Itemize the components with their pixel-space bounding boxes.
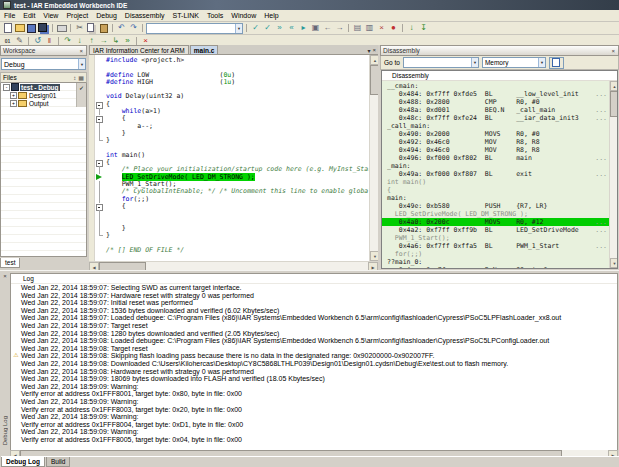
expand-icon[interactable]: + <box>10 92 17 99</box>
save-icon[interactable] <box>26 23 37 33</box>
fold-marker[interactable] <box>95 115 106 122</box>
title-bar[interactable]: test - IAR Embedded Workbench IDE <box>0 0 619 10</box>
disassembly-line: 0x488: 0x2800 CMP R0, #0 <box>382 98 609 106</box>
fold-line <box>95 123 106 130</box>
navigate-forward-icon[interactable]: → <box>334 23 345 33</box>
goto-combobox[interactable]: ▼ <box>403 57 479 68</box>
tree-item-design01[interactable]: +Design01 <box>1 91 86 99</box>
replace-icon[interactable]: ✓ <box>262 23 273 33</box>
fold-line <box>95 210 106 217</box>
collapse-icon[interactable]: - <box>3 84 10 91</box>
editor-vertical-scrollbar[interactable]: ▲ ▼ <box>369 55 378 261</box>
navigate-back-icon[interactable]: ← <box>322 23 333 33</box>
disassembly-line: 0x494: 0x46c0 MOV R8, R8 <box>382 146 609 154</box>
find-prev-icon[interactable]: « <box>286 23 297 33</box>
goto-icon[interactable]: ▸ <box>298 23 309 33</box>
redo-icon[interactable]: ↷ <box>128 23 139 33</box>
log-entry-text: Wed Jan 22, 2014 18:59:07: Initial reset… <box>21 299 193 307</box>
quick-search-combobox[interactable]: ▼ <box>146 23 243 34</box>
close-icon[interactable]: × <box>372 47 376 54</box>
menu-item-help[interactable]: Help <box>260 12 282 19</box>
copy-icon[interactable] <box>86 23 97 33</box>
undo-icon[interactable]: ↶ <box>116 23 127 33</box>
fold-marker[interactable] <box>95 159 106 166</box>
save-all-icon[interactable] <box>38 23 49 33</box>
menu-item-disassembly[interactable]: Disassembly <box>121 12 169 19</box>
chevron-down-icon[interactable]: ▾ <box>367 47 370 54</box>
expand-icon[interactable]: + <box>10 100 17 107</box>
disassembly-close-icon[interactable]: × <box>610 48 616 54</box>
ellipsis: ... <box>595 114 609 122</box>
scroll-thumb[interactable] <box>610 91 617 117</box>
new-file-icon[interactable] <box>2 23 13 33</box>
tree-item-output[interactable]: +Output <box>1 99 86 107</box>
log-side-label: Debug Log <box>2 416 8 445</box>
gutter <box>95 145 106 152</box>
log-entries[interactable]: Wed Jan 22, 2014 18:59:07: Selecting SWD… <box>11 284 617 443</box>
chevron-down-icon[interactable]: ▼ <box>235 24 242 33</box>
chevron-down-icon[interactable]: ▼ <box>538 58 545 67</box>
scroll-down-icon[interactable]: ▼ <box>610 258 617 268</box>
log-icon-slot <box>11 299 21 307</box>
columns-icon[interactable]: ▦ <box>78 74 84 81</box>
tree-item-test-debug[interactable]: -test - Debug✓ <box>1 83 86 91</box>
toggle-bookmark-icon[interactable]: ▣ <box>310 23 321 33</box>
log-icon-slot <box>11 406 21 414</box>
stop-build-icon[interactable]: × <box>376 23 387 33</box>
code-text: int main() <box>106 152 145 159</box>
fold-end <box>95 137 106 144</box>
log-entry: Wed Jan 22, 2014 18:59:08: Target reset <box>11 345 617 353</box>
workspace-config-select[interactable]: Debug ▼ <box>1 58 86 70</box>
log-entry-text: Wed Jan 22, 2014 18:59:09: Warning: <box>21 413 139 421</box>
chevron-down-icon[interactable]: ▼ <box>471 58 478 67</box>
editor-tab-main-c[interactable]: main.c <box>190 45 219 54</box>
view-mode-combobox[interactable]: Memory ▼ <box>482 57 546 68</box>
menu-item-debug[interactable]: Debug <box>92 12 121 19</box>
sort-icon[interactable]: ↕ <box>73 75 76 81</box>
editor-tab-iar-information-center-for-arm[interactable]: IAR Information Center for ARM <box>89 45 189 54</box>
scroll-up-icon[interactable]: ▲ <box>370 55 378 65</box>
gutter <box>95 93 106 100</box>
disassembly-line: for(;;) <box>382 250 609 258</box>
fold-marker[interactable] <box>95 101 106 108</box>
menu-item-st-link[interactable]: ST-LINK <box>169 12 203 19</box>
code-area[interactable]: #include <project.h>#define LOW (0u)#def… <box>95 55 369 261</box>
code-coverage-button[interactable] <box>549 57 564 69</box>
log-tab-debug-log[interactable]: Debug Log <box>1 457 45 467</box>
print-icon[interactable] <box>56 23 67 33</box>
chevron-down-icon[interactable]: ▼ <box>78 59 85 69</box>
workspace-tab-test[interactable]: test <box>0 258 20 268</box>
toolbar-separator <box>348 24 349 32</box>
disassembly-listing[interactable]: __cmain: 0x484: 0xf7ff 0xfde5 BL __low_l… <box>382 81 609 268</box>
debug-without-download-icon[interactable]: ↧ <box>418 23 429 33</box>
menu-item-project[interactable]: Project <box>62 12 92 19</box>
find-next-icon[interactable]: » <box>274 23 285 33</box>
current-statement-arrow-icon[interactable] <box>95 174 106 181</box>
log-close-icon[interactable]: × <box>2 273 8 279</box>
disassembly-vertical-scrollbar[interactable]: ▲ ▼ <box>609 81 617 268</box>
workspace-tab-row: test <box>0 257 87 270</box>
fold-marker[interactable] <box>95 203 106 210</box>
files-header[interactable]: Files ↕ ▦ <box>0 72 87 83</box>
disassembly-line: LED_SetDriveMode( LED_DM_STRONG ); <box>382 210 609 218</box>
cut-icon[interactable]: ✂ <box>74 23 85 33</box>
menu-item-view[interactable]: View <box>39 12 62 19</box>
scroll-thumb[interactable] <box>370 65 378 95</box>
download-and-debug-icon[interactable]: ↓ <box>406 23 417 33</box>
menu-item-file[interactable]: File <box>0 12 19 19</box>
workspace-close-icon[interactable]: × <box>78 48 84 54</box>
scroll-up-icon[interactable]: ▲ <box>610 81 617 91</box>
compile-icon[interactable]: ▤ <box>352 23 363 33</box>
code-text: } <box>106 137 110 144</box>
scroll-down-icon[interactable]: ▼ <box>370 251 378 261</box>
editor-horizontal-scrollbar[interactable]: ◀ ▶ <box>89 261 378 270</box>
debug-icon[interactable]: ● <box>388 23 399 33</box>
paste-icon[interactable] <box>98 23 109 33</box>
menu-item-tools[interactable]: Tools <box>203 12 227 19</box>
open-file-icon[interactable] <box>14 23 25 33</box>
make-icon[interactable]: ▥ <box>364 23 375 33</box>
log-tab-build[interactable]: Build <box>46 457 70 467</box>
find-icon[interactable]: ✓ <box>250 23 261 33</box>
menu-item-window[interactable]: Window <box>227 12 260 19</box>
menu-item-edit[interactable]: Edit <box>19 12 39 19</box>
